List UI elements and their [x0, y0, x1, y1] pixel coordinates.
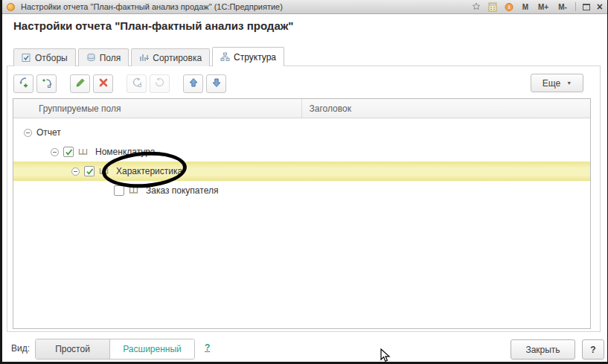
app-icon — [7, 3, 15, 11]
tab-label: Отборы — [35, 53, 68, 63]
tab-sorting[interactable]: Сортировка — [131, 48, 210, 66]
tree-label: Номенклатура — [95, 147, 156, 157]
structure-tree: Отчет Номенклатура Характеристика Заказ … — [13, 118, 590, 200]
add-button[interactable] — [13, 74, 33, 93]
scale-m-minus-button[interactable]: M- — [557, 3, 569, 11]
edit-pencil-icon — [74, 77, 86, 92]
column-header-grouping-fields[interactable]: Группируемые поля — [13, 99, 302, 118]
add-subordinate-icon — [41, 77, 53, 92]
arrow-down-icon — [211, 77, 223, 92]
tree-row-report[interactable]: Отчет — [13, 123, 590, 142]
more-label: Еще — [543, 78, 560, 89]
view-mode-switch: Простой Расширенный — [35, 339, 195, 360]
tree-row-characteristic[interactable]: Характеристика — [13, 162, 590, 181]
structure-icon — [220, 52, 230, 62]
sort-icon — [139, 53, 149, 63]
help-button[interactable]: ? — [582, 339, 604, 360]
add-icon — [18, 77, 30, 92]
tree-label: Отчет — [36, 127, 61, 138]
move-up-button[interactable] — [183, 74, 203, 93]
scale-m-plus-button[interactable]: M+ — [537, 3, 550, 11]
tab-label: Структура — [234, 52, 276, 63]
grouping-icon — [78, 147, 88, 157]
footer-bar: Вид: Простой Расширенный ? Закрыть и сфо… — [2, 336, 607, 362]
calculator-icon[interactable] — [488, 2, 498, 12]
move-to-group-2-button[interactable] — [150, 74, 170, 93]
info-icon[interactable]: i — [505, 2, 514, 12]
tree-label: Характеристика — [116, 166, 182, 176]
view-simple-button[interactable]: Простой — [36, 339, 110, 359]
tab-filters[interactable]: Отборы — [13, 48, 76, 66]
collapse-icon[interactable] — [51, 148, 59, 156]
tab-label: Поля — [100, 53, 121, 63]
collapse-icon[interactable] — [71, 167, 80, 176]
grid-header: Группируемые поля Заголовок — [13, 99, 590, 118]
tab-structure[interactable]: Структура — [212, 47, 284, 66]
help-link[interactable]: ? — [205, 342, 210, 353]
tab-strip: Отборы Поля Сортировка Структура — [13, 47, 287, 66]
column-header-title[interactable]: Заголовок — [302, 99, 591, 118]
tree-row-customer-order[interactable]: Заказ покупателя — [13, 181, 590, 200]
delete-x-icon — [97, 77, 109, 92]
close-window-button[interactable]: × — [597, 3, 603, 11]
move-down-button[interactable] — [206, 74, 226, 93]
grouping-icon — [129, 185, 138, 196]
filter-icon — [22, 53, 31, 63]
tab-fields[interactable]: Поля — [78, 48, 129, 66]
tab-label: Сортировка — [153, 53, 202, 63]
svg-text:i: i — [508, 4, 510, 10]
window-title: Настройки отчета "План-фактный анализ пр… — [21, 2, 283, 11]
delete-button[interactable] — [93, 74, 113, 93]
tree-label: Заказ покупателя — [146, 185, 218, 196]
checkbox-checked[interactable] — [84, 166, 95, 176]
page-title: Настройки отчета "План-фактный анализ пр… — [13, 19, 293, 32]
maximize-button[interactable] — [583, 4, 590, 10]
chevron-down-icon: ▼ — [566, 80, 572, 86]
add-subordinate-button[interactable] — [36, 74, 57, 93]
arrow-up-icon — [188, 77, 199, 92]
app-window: Настройки отчета "План-фактный анализ пр… — [2, 0, 607, 362]
view-extended-button[interactable]: Расширенный — [110, 339, 194, 359]
scale-m-button[interactable]: M — [521, 3, 530, 11]
view-label: Вид: — [11, 343, 30, 354]
checkbox-unchecked[interactable] — [114, 185, 124, 196]
move-arrow-2-icon — [154, 77, 166, 92]
grouping-icon — [99, 166, 109, 176]
structure-grid: Группируемые поля Заголовок Отчет Номенк… — [13, 98, 591, 329]
fields-icon — [86, 53, 96, 63]
toolbar: Еще ▼ — [13, 74, 585, 94]
edit-button[interactable] — [70, 74, 90, 93]
move-to-group-button[interactable] — [127, 74, 147, 93]
favorites-icon[interactable] — [472, 2, 481, 12]
collapse-icon[interactable] — [24, 129, 32, 137]
titlebar-divider — [575, 2, 576, 11]
more-button[interactable]: Еще ▼ — [531, 74, 583, 92]
title-bar: Настройки отчета "План-фактный анализ пр… — [2, 0, 607, 14]
move-arrow-icon — [131, 77, 143, 92]
checkbox-checked[interactable] — [63, 147, 74, 157]
close-button[interactable]: Закрыть — [511, 339, 575, 360]
tree-row-nomenclature[interactable]: Номенклатура — [13, 142, 590, 162]
